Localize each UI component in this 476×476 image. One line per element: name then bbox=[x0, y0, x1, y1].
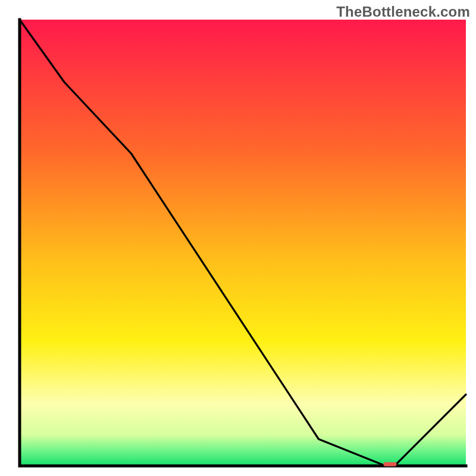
chart-stage: TheBottleneck.com bbox=[0, 0, 476, 476]
plot-background bbox=[20, 20, 466, 466]
bottleneck-chart bbox=[0, 0, 476, 476]
